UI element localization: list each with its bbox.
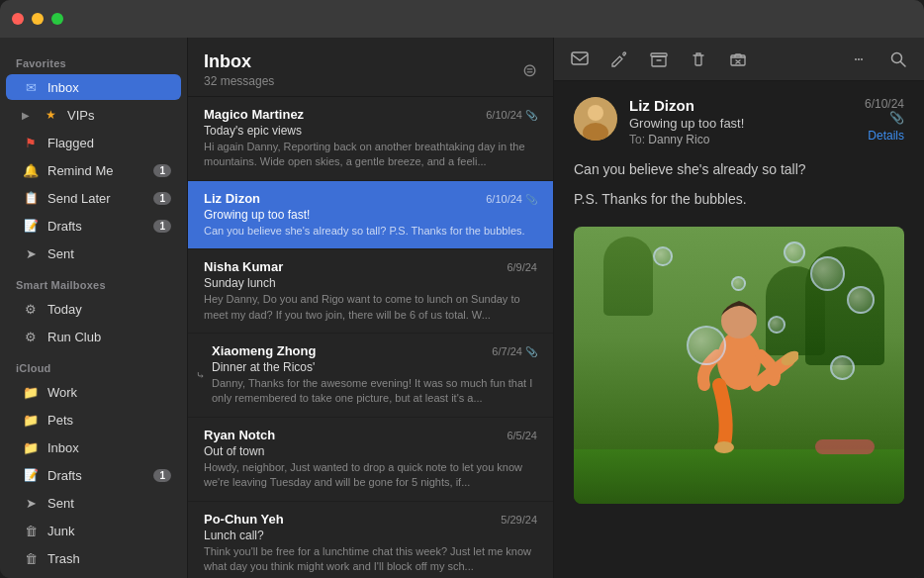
forwarded-icon: ⤷	[196, 368, 205, 381]
icloud-drafts-badge: 1	[153, 469, 171, 482]
flag-icon: ⚑	[22, 134, 40, 151]
close-button[interactable]	[12, 13, 24, 25]
detail-content: Liz Dizon Growing up too fast! To: Danny…	[554, 81, 924, 578]
sidebar-item-label: Trash	[47, 551, 171, 566]
sidebar-item-label: Flagged	[47, 136, 171, 150]
avatar	[574, 97, 617, 141]
pets-folder-icon: 📁	[22, 411, 40, 429]
message-subject: Lunch call?	[204, 529, 537, 542]
sidebar-item-icloud-drafts[interactable]: 📝 Drafts 1	[6, 462, 181, 488]
sidebar-item-label: Drafts	[47, 468, 145, 483]
favorites-section-label: Favorites	[0, 46, 187, 73]
sidebar-item-sent[interactable]: ➤ Sent	[6, 241, 181, 266]
email-subject: Growing up too fast!	[629, 116, 853, 131]
archive-toolbar-button[interactable]	[649, 49, 669, 69]
email-meta: Liz Dizon Growing up too fast! To: Danny…	[629, 97, 853, 146]
message-preview: Danny, Thanks for the awesome evening! I…	[212, 376, 537, 407]
message-date: 6/10/24 📎	[486, 193, 537, 205]
traffic-lights	[12, 13, 63, 25]
message-sender: Po-Chun Yeh	[204, 512, 284, 527]
message-date: 6/10/24 📎	[486, 109, 537, 121]
message-item[interactable]: Ryan Notch 6/5/24 Out of town Howdy, nei…	[188, 418, 553, 502]
message-sender: Xiaomeng Zhong	[212, 343, 316, 358]
sidebar-item-flagged[interactable]: ⚑ Flagged	[6, 130, 181, 155]
svg-point-6	[588, 105, 603, 121]
sidebar-item-archive[interactable]: 📦 Archive	[6, 573, 181, 578]
svg-rect-2	[652, 56, 666, 66]
message-item[interactable]: Magico Martinez 6/10/24 📎 Today's epic v…	[188, 97, 553, 181]
work-folder-icon: 📁	[22, 383, 40, 401]
message-item[interactable]: ⤷ Xiaomeng Zhong 6/7/24 📎 Dinner at the …	[188, 334, 553, 418]
message-subject: Today's epic views	[204, 124, 537, 138]
delete-button[interactable]	[689, 49, 708, 69]
message-subject: Dinner at the Ricos'	[212, 360, 537, 374]
message-item[interactable]: Liz Dizon 6/10/24 📎 Growing up too fast!…	[188, 181, 553, 249]
sidebar-item-label: Junk	[47, 524, 171, 538]
run-club-icon: ⚙	[22, 328, 40, 345]
email-to: To: Danny Rico	[629, 133, 853, 146]
send-later-badge: 1	[153, 192, 171, 205]
message-preview: Hi again Danny, Reporting back on anothe…	[204, 140, 537, 170]
sidebar: Favorites ✉ Inbox ▶ ★ VIPs ⚑ Flagged 🔔 R…	[0, 38, 188, 578]
sent-icon: ➤	[22, 244, 40, 262]
sidebar-item-icloud-inbox[interactable]: 📁 Inbox	[6, 434, 181, 460]
message-date: 6/5/24	[507, 430, 537, 441]
sidebar-item-label: Send Later	[47, 191, 145, 206]
sidebar-item-send-later[interactable]: 📋 Send Later 1	[6, 185, 181, 211]
message-sender: Ryan Notch	[204, 428, 275, 442]
svg-point-10	[714, 441, 734, 453]
sidebar-item-trash[interactable]: 🗑 Trash	[6, 545, 181, 571]
message-subject: Out of town	[204, 444, 537, 458]
body-line2: P.S. Thanks for the bubbles.	[574, 188, 904, 210]
inbox-count: 32 messages	[204, 74, 274, 88]
send-later-icon: 📋	[22, 189, 40, 207]
sidebar-item-inbox[interactable]: ✉ Inbox	[6, 74, 181, 100]
message-item[interactable]: Nisha Kumar 6/9/24 Sunday lunch Hey Dann…	[188, 249, 553, 334]
minimize-button[interactable]	[32, 13, 44, 25]
sidebar-item-drafts[interactable]: 📝 Drafts 1	[6, 213, 181, 239]
sidebar-item-label: Work	[47, 385, 171, 400]
smart-mailboxes-label: Smart Mailboxes	[0, 267, 187, 295]
sidebar-item-work[interactable]: 📁 Work	[6, 379, 181, 405]
sidebar-item-label: Inbox	[47, 80, 171, 95]
email-image	[574, 227, 904, 504]
icloud-label: iCloud	[0, 350, 187, 378]
search-button[interactable]	[888, 49, 908, 69]
attachment-icon: 📎	[525, 110, 537, 121]
sidebar-item-junk[interactable]: 🗑 Junk	[6, 518, 181, 543]
star-icon: ★	[42, 106, 59, 124]
title-bar	[0, 0, 924, 38]
icloud-sent-icon: ➤	[22, 494, 40, 512]
messages-container: Magico Martinez 6/10/24 📎 Today's epic v…	[188, 97, 553, 578]
details-link[interactable]: Details	[868, 129, 904, 143]
sidebar-item-vips[interactable]: ▶ ★ VIPs	[6, 102, 181, 128]
sidebar-item-run-club[interactable]: ⚙ Run Club	[6, 324, 181, 349]
maximize-button[interactable]	[51, 13, 63, 25]
sidebar-item-pets[interactable]: 📁 Pets	[6, 407, 181, 433]
email-attachment-icon: 📎	[889, 111, 904, 125]
sidebar-item-remind-me[interactable]: 🔔 Remind Me 1	[6, 157, 181, 183]
sidebar-item-label: Remind Me	[47, 163, 145, 178]
sidebar-item-label: Today	[47, 302, 171, 317]
message-date: 6/9/24	[507, 261, 537, 273]
icloud-drafts-icon: 📝	[22, 466, 40, 484]
reply-button[interactable]	[570, 49, 590, 69]
compose-button[interactable]	[609, 49, 629, 69]
more-button[interactable]	[849, 49, 869, 69]
message-sender: Nisha Kumar	[204, 259, 283, 274]
main-content: Favorites ✉ Inbox ▶ ★ VIPs ⚑ Flagged 🔔 R…	[0, 38, 924, 578]
drafts-badge: 1	[153, 220, 171, 233]
sidebar-item-icloud-sent[interactable]: ➤ Sent	[6, 490, 181, 516]
bell-icon: 🔔	[22, 161, 40, 179]
sidebar-item-label: Inbox	[47, 440, 171, 455]
message-item[interactable]: Po-Chun Yeh 5/29/24 Lunch call? Think yo…	[188, 502, 553, 578]
remind-me-badge: 1	[153, 164, 171, 177]
junk-icon: 🗑	[22, 522, 40, 539]
message-sender: Liz Dizon	[204, 191, 260, 206]
sidebar-item-today[interactable]: ⚙ Today	[6, 296, 181, 322]
message-preview: Think you'll be free for a lunchtime cha…	[204, 544, 537, 575]
junk-button[interactable]	[728, 49, 748, 69]
mail-window: Favorites ✉ Inbox ▶ ★ VIPs ⚑ Flagged 🔔 R…	[0, 0, 924, 578]
today-icon: ⚙	[22, 300, 40, 318]
filter-icon[interactable]: ⊜	[522, 59, 537, 81]
